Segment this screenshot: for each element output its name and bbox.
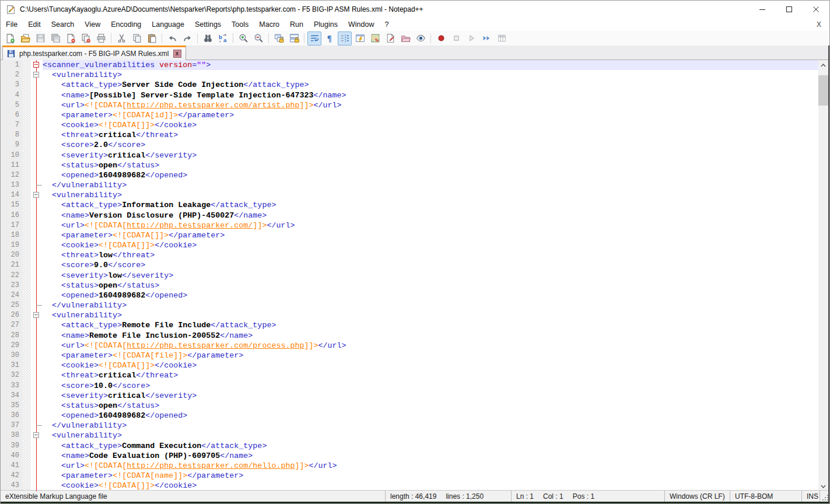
code-line-text[interactable]: <opened>1604989682</opened> (43, 411, 818, 421)
menu-item-view[interactable]: View (79, 19, 106, 30)
bookmark-margin[interactable] (23, 190, 31, 200)
document-close-icon[interactable]: X (817, 20, 821, 29)
close-button[interactable] (803, 1, 829, 18)
menu-item-plugins[interactable]: Plugins (309, 19, 343, 30)
close-all-button[interactable] (79, 32, 93, 46)
code-line-text[interactable]: <threat>low</threat> (43, 250, 818, 260)
bookmark-margin[interactable] (23, 100, 31, 110)
fold-toggle-icon[interactable] (33, 72, 39, 78)
bookmark-margin[interactable] (23, 430, 31, 440)
code-line-text[interactable]: <name>Version Disclosure (PHP)-450027</n… (43, 211, 818, 220)
bookmark-margin[interactable] (23, 370, 31, 380)
code-line-text[interactable]: <vulnerability> (43, 70, 818, 80)
bookmark-margin[interactable] (23, 461, 31, 471)
code-line-text[interactable]: <name>[Possible] Server-Side Template In… (43, 90, 818, 100)
replace-button[interactable]: ba (216, 32, 230, 46)
fold-toggle-icon[interactable] (33, 62, 39, 68)
bookmark-margin[interactable] (23, 140, 31, 150)
bookmark-margin[interactable] (23, 310, 31, 320)
bookmark-margin[interactable] (23, 331, 31, 341)
minimize-button[interactable] (749, 1, 776, 18)
bookmark-margin[interactable] (23, 220, 31, 230)
app-icon[interactable] (6, 5, 16, 15)
code-line-text[interactable]: <name>Remote File Inclusion-200552</name… (43, 331, 818, 341)
bookmark-margin[interactable] (23, 401, 31, 411)
bookmark-margin[interactable] (23, 130, 31, 140)
bookmark-margin[interactable] (23, 441, 31, 451)
bookmark-margin[interactable] (23, 110, 31, 120)
document-monitoring-button[interactable] (414, 32, 428, 46)
fold-toggle-icon[interactable] (33, 192, 39, 198)
bookmark-margin[interactable] (23, 230, 31, 240)
bookmark-margin[interactable] (23, 421, 31, 430)
bookmark-margin[interactable] (23, 320, 31, 330)
menu-item-tools[interactable]: Tools (226, 19, 254, 30)
bookmark-margin[interactable] (23, 300, 31, 310)
menu-item-settings[interactable]: Settings (190, 19, 226, 30)
folder-as-workspace-button[interactable] (398, 32, 412, 46)
code-line-text[interactable]: <severity>critical</severity> (43, 391, 818, 401)
bookmark-margin[interactable] (23, 260, 31, 270)
code-line-text[interactable]: <attack_type>Command Execution</attack_t… (43, 441, 818, 451)
bookmark-margin[interactable] (23, 60, 31, 70)
code-line-text[interactable]: </vulnerability> (43, 421, 818, 430)
code-line-text[interactable]: <severity>critical</severity> (43, 150, 818, 160)
tab-close-icon[interactable]: x (173, 50, 181, 58)
show-indent-guide-button[interactable] (338, 32, 352, 46)
tab-active-document[interactable]: php.testsparker.com - F5 BIG-IP ASM Rule… (2, 46, 186, 60)
menu-item-search[interactable]: Search (46, 19, 80, 30)
function-list-button[interactable] (383, 32, 397, 46)
bookmark-margin[interactable] (23, 451, 31, 461)
document-map-button[interactable] (368, 32, 382, 46)
code-line-text[interactable]: <severity>low</severity> (43, 271, 818, 281)
menu-item-language[interactable]: Language (146, 19, 190, 30)
code-line-text[interactable]: <parameter><![CDATA[file]]></parameter> (43, 351, 818, 360)
macro-record-button[interactable] (434, 32, 448, 46)
save-file-button[interactable] (33, 32, 47, 46)
copy-button[interactable] (129, 32, 143, 46)
bookmark-margin[interactable] (23, 160, 31, 170)
fold-toggle-icon[interactable] (33, 312, 39, 318)
scrollbar-thumb[interactable] (818, 75, 828, 106)
code-line-text[interactable]: <score>9.0</score> (43, 260, 818, 270)
code-line-text[interactable]: <url><![CDATA[http://php.testsparker.com… (43, 100, 818, 110)
vertical-scrollbar[interactable] (818, 60, 828, 491)
bookmark-margin[interactable] (23, 360, 31, 370)
code-line-text[interactable]: <status>open</status> (43, 160, 818, 170)
code-line-text[interactable]: <attack_type>Information Leakage</attack… (43, 200, 818, 210)
bookmark-margin[interactable] (23, 240, 31, 250)
code-line-text[interactable]: <status>open</status> (43, 401, 818, 411)
code-line-text[interactable]: <threat>critical</threat> (43, 370, 818, 380)
code-line-text[interactable]: <score>2.0</score> (43, 140, 818, 150)
bookmark-margin[interactable] (23, 120, 31, 130)
bookmark-margin[interactable] (23, 411, 31, 421)
user-defined-language-button[interactable] (353, 32, 367, 46)
bookmark-margin[interactable] (23, 381, 31, 391)
bookmark-margin[interactable] (23, 281, 31, 290)
paste-button[interactable] (145, 32, 159, 46)
bookmark-margin[interactable] (23, 351, 31, 360)
undo-button[interactable] (165, 32, 179, 46)
code-line-text[interactable]: <attack_type>Server Side Code Injection<… (43, 80, 818, 90)
bookmark-margin[interactable] (23, 481, 31, 491)
code-line-text[interactable]: <cookie><![CDATA[]]></cookie> (43, 360, 818, 370)
code-line-text[interactable]: <threat>critical</threat> (43, 130, 818, 140)
menu-item-edit[interactable]: Edit (23, 19, 46, 30)
code-line-text[interactable]: <name>Code Evaluation (PHP)-609705</name… (43, 451, 818, 461)
sync-horizontal-scroll-button[interactable] (287, 32, 301, 46)
code-line-text[interactable]: <url><![CDATA[http://php.testsparker.com… (43, 341, 818, 351)
fold-toggle-icon[interactable] (33, 432, 39, 438)
code-line-text[interactable]: <opened>1604989682</opened> (43, 290, 818, 300)
bookmark-margin[interactable] (23, 290, 31, 300)
cut-button[interactable] (114, 32, 128, 46)
menu-item-macro[interactable]: Macro (254, 19, 285, 30)
code-line-text[interactable]: <attack_type>Remote File Include</attack… (43, 320, 818, 330)
code-line-text[interactable]: <url><![CDATA[http://php.testsparker.com… (43, 220, 818, 230)
redo-button[interactable] (180, 32, 194, 46)
show-all-characters-button[interactable]: ¶ (323, 32, 337, 46)
bookmark-margin[interactable] (23, 250, 31, 260)
bookmark-margin[interactable] (23, 271, 31, 281)
bookmark-margin[interactable] (23, 80, 31, 90)
menu-item-encoding[interactable]: Encoding (106, 19, 146, 30)
code-line-text[interactable]: <vulnerability> (43, 190, 818, 200)
